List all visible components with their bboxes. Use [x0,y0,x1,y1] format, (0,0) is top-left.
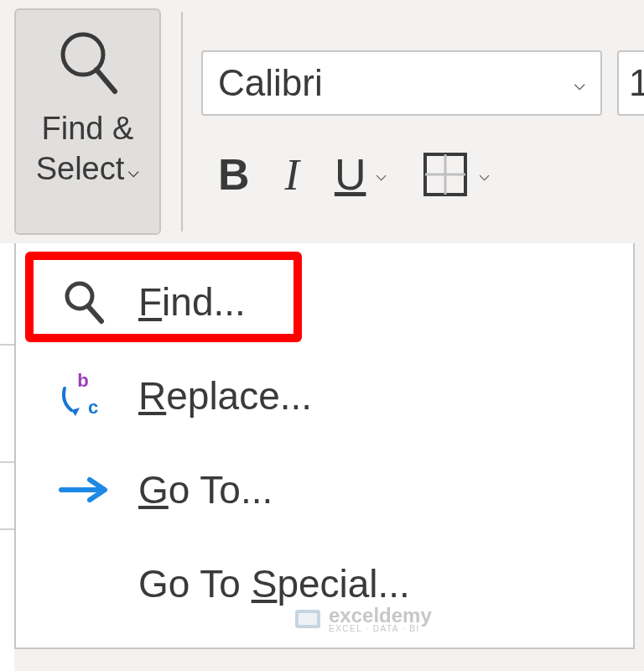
font-name-value: Calibri [218,62,323,104]
menu-label-replace: Replace... [138,373,312,419]
font-name-dropdown[interactable]: Calibri ⌵ [201,50,602,116]
spreadsheet-edge [0,243,14,671]
svg-rect-11 [299,613,317,625]
menu-label-goto-special: Go To Special... [138,561,410,606]
menu-item-replace[interactable]: b c Replace... [16,349,633,443]
find-select-dropdown-menu: Find... b c Replace... Go To... Go To Sp… [14,243,635,649]
arrow-right-icon [55,460,113,519]
ribbon-divider [181,12,183,231]
find-select-button[interactable]: Find & Select⌵ [14,8,161,235]
chevron-down-icon: ⌵ [127,159,139,181]
format-toolbar: B I U ⌵ ⌵ [218,149,490,200]
find-select-label: Find & Select⌵ [36,109,140,189]
chevron-down-icon[interactable]: ⌵ [479,164,490,185]
svg-line-6 [88,306,101,321]
font-size-field[interactable]: 1 [617,50,644,116]
watermark: exceldemy EXCEL · DATA · BI [293,604,432,633]
menu-item-find[interactable]: Find... [16,255,633,349]
menu-item-goto[interactable]: Go To... [16,443,633,537]
underline-button[interactable]: U [335,149,366,200]
svg-text:c: c [88,397,98,418]
magnify-icon [50,25,126,101]
svg-text:b: b [77,372,88,391]
menu-label-find: Find... [138,279,246,325]
font-size-value: 1 [629,62,644,104]
svg-line-1 [96,70,115,91]
find-icon [55,273,113,331]
find-select-line2: Select [36,151,125,186]
blank-icon [55,554,113,613]
replace-icon: b c [55,367,113,425]
bold-button[interactable]: B [218,149,250,200]
menu-label-goto: Go To... [138,467,273,512]
borders-icon[interactable] [422,151,469,198]
watermark-logo-icon [293,605,322,633]
chevron-down-icon[interactable]: ⌵ [376,164,387,185]
chevron-down-icon: ⌵ [574,71,585,95]
ribbon-area: Find & Select⌵ Calibri ⌵ 1 B I U ⌵ ⌵ [0,0,644,243]
find-select-line1: Find & [42,111,134,146]
italic-button[interactable]: I [285,150,299,200]
watermark-tagline: EXCEL · DATA · BI [329,624,432,633]
